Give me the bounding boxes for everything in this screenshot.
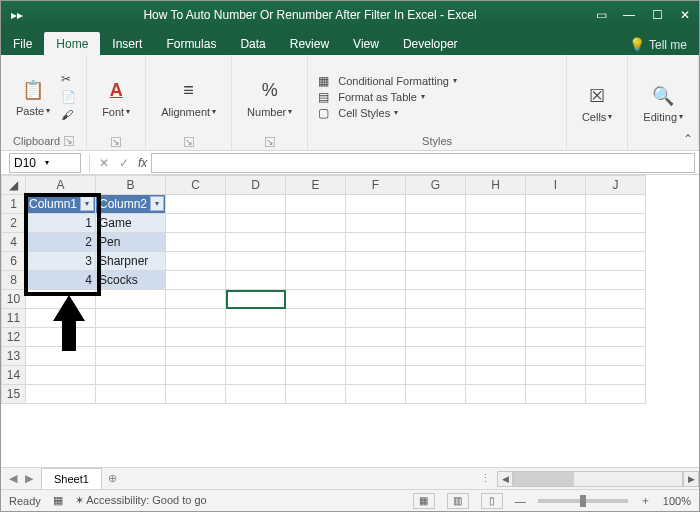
table-cell[interactable]: 2 — [26, 233, 96, 252]
quick-access[interactable]: ▸▸ — [1, 8, 33, 22]
next-sheet-icon[interactable]: ▶ — [25, 472, 33, 485]
font-button[interactable]: A Font▾ — [97, 75, 135, 121]
close-button[interactable]: ✕ — [671, 1, 699, 29]
formula-input[interactable] — [151, 153, 695, 173]
tab-developer[interactable]: Developer — [391, 32, 470, 55]
font-icon: A — [102, 78, 130, 104]
ribbon-options-icon[interactable]: ▭ — [587, 1, 615, 29]
fx-label[interactable]: fx — [134, 156, 151, 170]
page-break-view-icon[interactable]: ▯ — [481, 493, 503, 509]
maximize-button[interactable]: ☐ — [643, 1, 671, 29]
accessibility-status[interactable]: ✶ Accessibility: Good to go — [75, 494, 207, 507]
table-cell[interactable]: Game — [96, 214, 166, 233]
col-header-D[interactable]: D — [226, 176, 286, 195]
row-header[interactable]: 1 — [2, 195, 26, 214]
ribbon-tabs: File Home Insert Formulas Data Review Vi… — [1, 29, 699, 55]
worksheet-grid[interactable]: ◢ A B C D E F G H I J 1 Column1▾ Column2… — [1, 175, 699, 467]
col-header-J[interactable]: J — [586, 176, 646, 195]
tab-home[interactable]: Home — [44, 32, 100, 55]
tab-insert[interactable]: Insert — [100, 32, 154, 55]
row-header[interactable]: 15 — [2, 385, 26, 404]
clipboard-dialog-icon[interactable]: ↘ — [64, 136, 74, 146]
row-header[interactable]: 6 — [2, 252, 26, 271]
cell-styles-button[interactable]: ▢Cell Styles ▾ — [318, 106, 398, 120]
cut-icon[interactable]: ✂ — [61, 72, 76, 86]
row-header[interactable]: 11 — [2, 309, 26, 328]
tab-formulas[interactable]: Formulas — [154, 32, 228, 55]
table-header-col1[interactable]: Column1▾ — [26, 195, 96, 214]
new-sheet-button[interactable]: ⊕ — [102, 468, 124, 489]
display-settings-icon[interactable]: ▦ — [53, 494, 63, 507]
cells-icon: ☒ — [583, 83, 611, 109]
col-header-A[interactable]: A — [26, 176, 96, 195]
cell[interactable] — [166, 290, 226, 309]
filter-active-icon[interactable]: ▾ — [80, 196, 94, 211]
tab-review[interactable]: Review — [278, 32, 341, 55]
row-header[interactable]: 8 — [2, 271, 26, 290]
copy-icon[interactable]: 📄 — [61, 90, 76, 104]
cells-button[interactable]: ☒ Cells▾ — [577, 80, 617, 126]
format-as-table-button[interactable]: ▤Format as Table ▾ — [318, 90, 425, 104]
name-box[interactable]: D10▾ — [9, 153, 81, 173]
name-box-dropdown-icon[interactable]: ▾ — [45, 158, 76, 167]
table-cell[interactable]: Sharpner — [96, 252, 166, 271]
horizontal-scrollbar[interactable]: ⋮ ◀ ▶ — [480, 468, 699, 489]
tell-me[interactable]: 💡 Tell me — [617, 37, 699, 55]
tab-view[interactable]: View — [341, 32, 391, 55]
tab-file[interactable]: File — [1, 32, 44, 55]
enter-formula-icon[interactable]: ✓ — [114, 156, 134, 170]
row-header[interactable]: 13 — [2, 347, 26, 366]
table-cell[interactable]: Scocks — [96, 271, 166, 290]
col-header-E[interactable]: E — [286, 176, 346, 195]
zoom-in-icon[interactable]: ＋ — [640, 493, 651, 508]
page-layout-view-icon[interactable]: ▥ — [447, 493, 469, 509]
font-dialog-icon[interactable]: ↘ — [111, 137, 121, 147]
paste-button[interactable]: 📋 Paste▾ — [11, 74, 55, 120]
zoom-out-icon[interactable]: — — [515, 495, 526, 507]
table-cell[interactable]: Pen — [96, 233, 166, 252]
prev-sheet-icon[interactable]: ◀ — [9, 472, 17, 485]
normal-view-icon[interactable]: ▦ — [413, 493, 435, 509]
table-cell[interactable]: 1 — [26, 214, 96, 233]
col-header-I[interactable]: I — [526, 176, 586, 195]
col-header-B[interactable]: B — [96, 176, 166, 195]
tab-data[interactable]: Data — [228, 32, 277, 55]
number-button[interactable]: % Number▾ — [242, 75, 297, 121]
col-header-F[interactable]: F — [346, 176, 406, 195]
scroll-track[interactable] — [513, 471, 683, 487]
row-header[interactable]: 10 — [2, 290, 26, 309]
filter-dropdown-icon[interactable]: ▾ — [150, 196, 164, 211]
zoom-level[interactable]: 100% — [663, 495, 691, 507]
scroll-left-icon[interactable]: ◀ — [497, 471, 513, 487]
row-header[interactable]: 4 — [2, 233, 26, 252]
number-dialog-icon[interactable]: ↘ — [265, 137, 275, 147]
col-header-H[interactable]: H — [466, 176, 526, 195]
select-all-corner[interactable]: ◢ — [2, 176, 26, 195]
zoom-handle[interactable] — [580, 495, 586, 507]
row-header[interactable]: 14 — [2, 366, 26, 385]
col-header-C[interactable]: C — [166, 176, 226, 195]
table-cell[interactable]: 4 — [26, 271, 96, 290]
editing-button[interactable]: 🔍 Editing▾ — [638, 80, 688, 126]
format-painter-icon[interactable]: 🖌 — [61, 108, 76, 122]
scroll-right-icon[interactable]: ▶ — [683, 471, 699, 487]
col-header-G[interactable]: G — [406, 176, 466, 195]
row-header[interactable]: 2 — [2, 214, 26, 233]
window-title: How To Auto Number Or Renumber After Fil… — [33, 8, 587, 22]
cancel-formula-icon[interactable]: ✕ — [94, 156, 114, 170]
row-header[interactable]: 12 — [2, 328, 26, 347]
table-header-col2[interactable]: Column2▾ — [96, 195, 166, 214]
sheet-tab-sheet1[interactable]: Sheet1 — [41, 468, 102, 489]
alignment-dialog-icon[interactable]: ↘ — [184, 137, 194, 147]
minimize-button[interactable]: — — [615, 1, 643, 29]
collapse-ribbon-icon[interactable]: ⌃ — [683, 132, 693, 146]
alignment-button[interactable]: ≡ Alignment▾ — [156, 75, 221, 121]
table-cell[interactable]: 3 — [26, 252, 96, 271]
scroll-thumb[interactable] — [514, 472, 574, 486]
active-cell-D10[interactable] — [226, 290, 286, 309]
zoom-slider[interactable] — [538, 499, 628, 503]
cell[interactable] — [96, 290, 166, 309]
cell[interactable] — [26, 290, 96, 309]
conditional-formatting-button[interactable]: ▦Conditional Formatting ▾ — [318, 74, 457, 88]
title-bar: ▸▸ How To Auto Number Or Renumber After … — [1, 1, 699, 29]
